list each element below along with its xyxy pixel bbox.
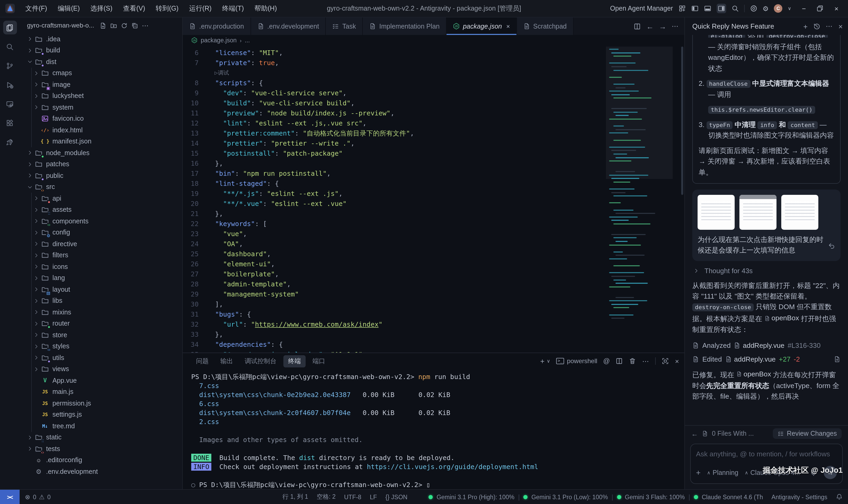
refresh-explorer-icon[interactable] [121, 22, 127, 29]
chevron-icon[interactable] [33, 321, 41, 327]
close-button[interactable]: × [829, 4, 844, 13]
chevron-icon[interactable] [33, 355, 41, 361]
tree-item-filters[interactable]: filters [20, 250, 182, 261]
code-editor[interactable]: 6 "license": "MIT",7 "private": true,▷调试… [183, 46, 684, 353]
chevron-icon[interactable] [33, 70, 41, 76]
chevron-icon[interactable] [27, 446, 34, 452]
chat-input-box[interactable]: + ∧Planning ∧Claude Opus 4... → [690, 444, 843, 484]
mode-selector[interactable]: ∧Planning [707, 469, 739, 476]
account-avatar[interactable]: C [774, 4, 782, 13]
breadcrumb-file[interactable]: package.json [201, 37, 237, 43]
tree-item-dist[interactable]: ●dist [20, 56, 182, 68]
new-terminal-icon[interactable]: + [540, 357, 545, 365]
tree-item-node_modules[interactable]: ●node_modules [20, 147, 182, 159]
tree-item-permission.js[interactable]: JSpermission.js [20, 398, 182, 409]
activity-extensions-icon[interactable] [3, 116, 17, 130]
tree-item-layout[interactable]: ▤layout [20, 284, 182, 295]
screenshot-thumbnail[interactable] [781, 195, 818, 230]
collapse-folders-icon[interactable] [131, 22, 138, 29]
split-editor-icon[interactable] [634, 22, 641, 30]
restore-button[interactable] [816, 5, 824, 12]
chevron-icon[interactable] [33, 207, 41, 213]
chevron-icon[interactable] [33, 196, 41, 201]
codelens-debug[interactable]: ▷调试 [207, 68, 229, 78]
activity-source-control-icon[interactable] [3, 59, 17, 73]
status-item[interactable]: 空格: 2 [317, 493, 336, 501]
tree-item-manifest.json[interactable]: { }manifest.json [20, 136, 182, 147]
kill-terminal-icon[interactable] [629, 357, 636, 365]
new-chat-icon[interactable]: + [803, 22, 808, 31]
toggle-right-panel-icon[interactable] [717, 4, 726, 13]
chevron-icon[interactable] [27, 36, 34, 42]
activity-deploy-rocket-icon[interactable] [3, 135, 17, 149]
terminal-at-icon[interactable]: @ [603, 357, 610, 365]
chat-input[interactable] [696, 450, 837, 458]
notifications-bell-icon[interactable] [836, 493, 843, 500]
menu-选择(S)[interactable]: 选择(S) [86, 2, 117, 15]
tree-item-main.js[interactable]: JSmain.js [20, 386, 182, 398]
tree-item-assets[interactable]: ::assets [20, 204, 182, 215]
tree-item-system[interactable]: system [20, 102, 182, 113]
tree-item-luckysheet[interactable]: luckysheet [20, 90, 182, 102]
tree-item-App.vue[interactable]: VApp.vue [20, 375, 182, 386]
terminal-output[interactable]: PS D:\项目\乐福翔pc端\view-pc\gyro-craftsman-w… [183, 369, 684, 489]
chevron-icon[interactable] [33, 253, 41, 258]
tree-item-libs[interactable]: libs [20, 295, 182, 307]
chevron-icon[interactable] [33, 275, 41, 281]
chevron-icon[interactable] [33, 241, 41, 247]
search-icon[interactable] [731, 5, 739, 12]
tab-.env.production[interactable]: .env.production [183, 17, 251, 35]
open-diff-icon[interactable] [834, 356, 841, 362]
split-terminal-icon[interactable] [616, 357, 623, 365]
back-icon[interactable]: ← [691, 430, 698, 437]
tree-item-public[interactable]: ●public [20, 170, 182, 181]
model-quota-label[interactable]: Gemini 3.1 Pro (High): 100% [437, 494, 514, 500]
files-changed-label[interactable]: 0 Files With ... [712, 430, 754, 437]
activity-run-debug-icon[interactable] [3, 78, 17, 92]
activity-remote-preview-icon[interactable] [3, 97, 17, 111]
editor-more-icon[interactable]: ⋯ [672, 22, 679, 30]
chevron-icon[interactable] [27, 59, 34, 65]
attach-icon[interactable]: + [696, 468, 701, 477]
screenshot-thumbnail[interactable] [739, 195, 777, 230]
tree-item-utils[interactable]: ●utils [20, 352, 182, 363]
explorer-more-icon[interactable]: ⋯ [142, 21, 149, 30]
antigravity-settings[interactable]: Antigravity - Settings [772, 494, 827, 500]
settings-gear-icon[interactable]: ⚙ [762, 4, 768, 13]
chevron-icon[interactable] [27, 173, 34, 179]
chevron-icon[interactable] [33, 93, 41, 99]
menu-编辑(E)[interactable]: 编辑(E) [53, 2, 84, 15]
tree-item-config[interactable]: ⚙config [20, 227, 182, 238]
tree-item-tests[interactable]: ‹›tests [20, 443, 182, 454]
status-item[interactable]: {} JSON [385, 494, 407, 500]
chevron-icon[interactable] [27, 184, 34, 190]
tab-package.json[interactable]: JSpackage.json× [446, 17, 517, 35]
tree-item-static[interactable]: ::static [20, 432, 182, 443]
tree-item-tree.md[interactable]: M↓tree.md [20, 420, 182, 432]
tree-item-icons[interactable]: icons [20, 261, 182, 272]
new-file-icon[interactable] [99, 22, 106, 29]
tree-item-views[interactable]: views [20, 363, 182, 375]
chevron-icon[interactable] [33, 298, 41, 304]
tree-item-image[interactable]: ▣image [20, 79, 182, 90]
chevron-icon[interactable] [27, 48, 34, 53]
terminal-tab-端口[interactable]: 端口 [308, 355, 330, 367]
tree-item-components[interactable]: ‹›components [20, 215, 182, 227]
history-icon[interactable] [813, 22, 820, 30]
terminal-tab-调试控制台[interactable]: 调试控制台 [240, 355, 281, 367]
model-quota-label[interactable]: Gemini 3 Flash: 100% [625, 494, 685, 500]
tree-item-router[interactable]: ●router [20, 318, 182, 329]
tree-item-settings.js[interactable]: JSsettings.js [20, 409, 182, 420]
close-panel-icon[interactable]: × [675, 357, 679, 365]
tree-item-patches[interactable]: patches [20, 159, 182, 170]
terminal-more-icon[interactable]: ⋯ [642, 357, 650, 365]
tool-call-edited[interactable]: Edited addReply.vue +27 -2 [692, 355, 841, 363]
open-agent-manager-button[interactable]: Open Agent Manager [610, 5, 673, 12]
tree-item-.editorconfig[interactable]: ☺.editorconfig [20, 454, 182, 466]
menu-查看(V)[interactable]: 查看(V) [119, 2, 149, 15]
restore-checkpoint-icon[interactable] [828, 242, 835, 249]
tree-item-styles[interactable]: ‹›styles [20, 341, 182, 352]
thought-toggle[interactable]: Thought for 43s [692, 267, 841, 274]
model-quota-label[interactable]: Gemini 3.1 Pro (Low): 100% [531, 494, 608, 500]
navigate-forward-icon[interactable]: → [659, 22, 666, 31]
